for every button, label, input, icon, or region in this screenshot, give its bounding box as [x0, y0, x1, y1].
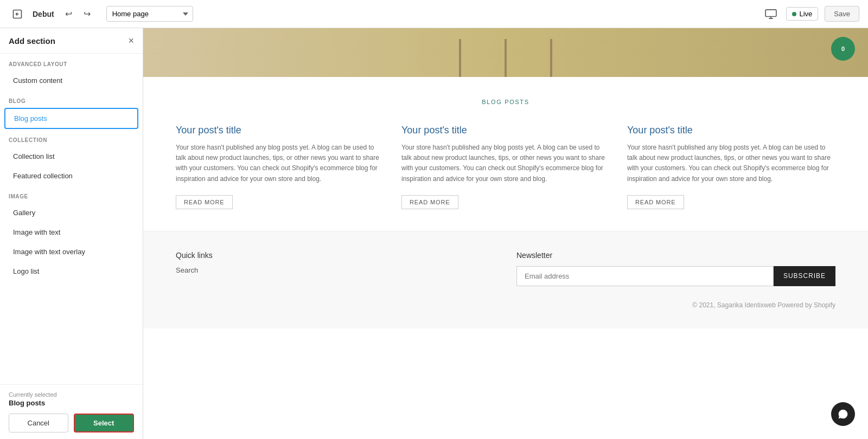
footer-newsletter: Newsletter SUBSCRIBE — [516, 251, 835, 286]
footer: Quick links Search Newsletter SUBSCRIBE … — [143, 231, 868, 328]
page-selector[interactable]: Home page — [106, 6, 193, 22]
read-more-button-3[interactable]: READ MORE — [627, 195, 684, 209]
cancel-button[interactable]: Cancel — [9, 414, 68, 432]
hero-strip — [143, 28, 868, 77]
sidebar-item-custom-content[interactable]: Custom content — [4, 71, 138, 90]
category-collection: COLLECTION — [0, 130, 143, 146]
sidebar-actions: Cancel Select — [9, 414, 134, 432]
sidebar-item-gallery[interactable]: Gallery — [4, 203, 138, 222]
sidebar-close-button[interactable]: × — [128, 36, 134, 46]
sidebar-item-image-with-text[interactable]: Image with text — [4, 223, 138, 242]
select-button[interactable]: Select — [74, 414, 135, 432]
cart-bubble[interactable]: 0 — [831, 37, 855, 61]
blog-post-3: Your post's title Your store hasn't publ… — [627, 125, 835, 209]
cart-count: 0 — [841, 46, 845, 52]
sidebar-title: Add section — [9, 36, 55, 46]
blog-post-2: Your post's title Your store hasn't publ… — [401, 125, 610, 209]
category-advanced-layout: ADVANCED LAYOUT — [0, 54, 143, 70]
blog-section-title: BLOG POSTS — [176, 99, 835, 105]
save-button[interactable]: Save — [825, 6, 859, 22]
hero-decoration — [550, 39, 552, 77]
hero-decoration — [505, 39, 507, 77]
read-more-button-1[interactable]: READ MORE — [176, 195, 233, 209]
newsletter-form: SUBSCRIBE — [516, 266, 835, 286]
footer-quick-links: Quick links Search — [176, 251, 495, 286]
footer-grid: Quick links Search Newsletter SUBSCRIBE — [176, 251, 835, 286]
currently-selected-value: Blog posts — [9, 399, 134, 407]
redo-button[interactable]: ↪ — [79, 6, 95, 22]
sidebar-item-image-with-text-overlay[interactable]: Image with text overlay — [4, 242, 138, 261]
blog-section: BLOG POSTS Your post's title Your store … — [143, 77, 868, 231]
subscribe-button[interactable]: SUBSCRIBE — [774, 266, 835, 286]
category-blog: BLOG — [0, 91, 143, 107]
live-badge: Live — [786, 7, 819, 21]
category-image: IMAGE — [0, 186, 143, 203]
undo-redo-group: ↩ ↪ — [61, 6, 95, 22]
chat-bubble[interactable] — [831, 402, 855, 426]
blog-post-body-2: Your store hasn't published any blog pos… — [401, 143, 610, 184]
sidebar-scroll: ADVANCED LAYOUT Custom content BLOG Blog… — [0, 54, 143, 384]
store-title: Debut — [33, 10, 54, 18]
newsletter-title: Newsletter — [516, 251, 835, 260]
live-indicator — [792, 12, 796, 16]
blog-post-1: Your post's title Your store hasn't publ… — [176, 125, 384, 209]
sidebar-item-collection-list[interactable]: Collection list — [4, 147, 138, 166]
sidebar: Add section × ADVANCED LAYOUT Custom con… — [0, 28, 143, 439]
quick-links-title: Quick links — [176, 251, 495, 260]
undo-button[interactable]: ↩ — [61, 6, 77, 22]
sidebar-bottom: Currently selected Blog posts Cancel Sel… — [0, 384, 143, 439]
email-input[interactable] — [516, 266, 774, 286]
blog-post-body-1: Your store hasn't published any blog pos… — [176, 143, 384, 184]
svg-rect-1 — [765, 9, 776, 16]
main-layout: Add section × ADVANCED LAYOUT Custom con… — [0, 28, 868, 439]
blog-post-title-1: Your post's title — [176, 125, 384, 136]
live-label: Live — [800, 10, 813, 18]
footer-copyright: © 2021, Sagarika Identixweb Powered by S… — [176, 301, 835, 309]
hero-decoration — [459, 39, 461, 77]
preview-icon[interactable] — [762, 5, 780, 23]
sidebar-item-featured-collection[interactable]: Featured collection — [4, 166, 138, 185]
currently-selected-label: Currently selected — [9, 391, 134, 398]
blog-grid: Your post's title Your store hasn't publ… — [176, 125, 835, 209]
blog-post-body-3: Your store hasn't published any blog pos… — [627, 143, 835, 184]
sidebar-header: Add section × — [0, 28, 143, 54]
sidebar-item-logo-list[interactable]: Logo list — [4, 262, 138, 281]
blog-post-title-3: Your post's title — [627, 125, 835, 136]
topbar: Debut ↩ ↪ Home page Live Save — [0, 0, 868, 28]
canvas: BLOG POSTS Your post's title Your store … — [143, 28, 868, 439]
sidebar-item-blog-posts[interactable]: Blog posts — [4, 108, 138, 129]
page-content: BLOG POSTS Your post's title Your store … — [143, 28, 868, 439]
blog-post-title-2: Your post's title — [401, 125, 610, 136]
search-link[interactable]: Search — [176, 266, 495, 274]
read-more-button-2[interactable]: READ MORE — [401, 195, 458, 209]
back-button[interactable] — [9, 5, 26, 23]
